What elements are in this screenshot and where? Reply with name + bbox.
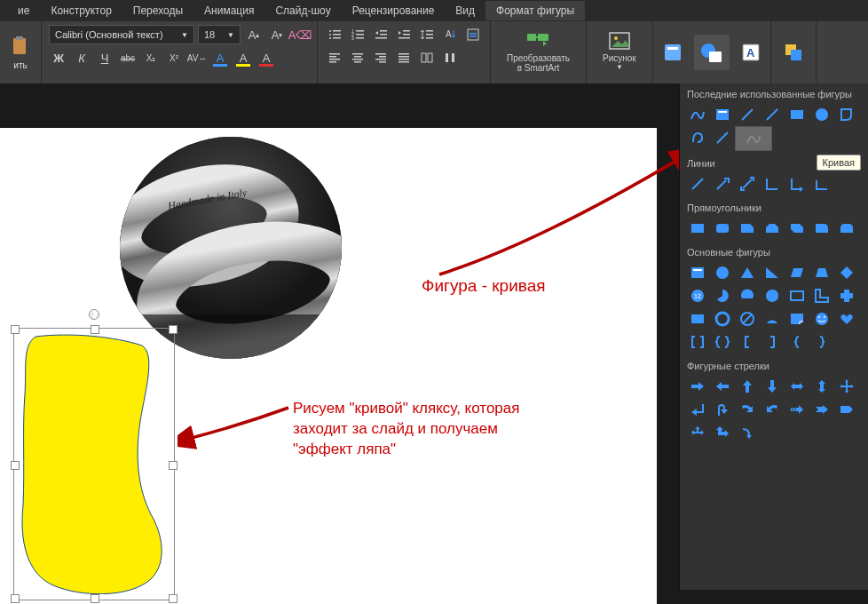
basic-chord[interactable] xyxy=(735,284,760,307)
clear-format-button[interactable]: A⌫ xyxy=(290,25,310,44)
arrow-curveleft[interactable] xyxy=(760,398,785,421)
textbox-style-button[interactable]: A xyxy=(737,38,765,67)
tab-view[interactable]: Вид xyxy=(445,1,485,20)
basic-diamond[interactable] xyxy=(834,261,859,284)
align-center-button[interactable] xyxy=(348,48,367,68)
line-spacing-button[interactable] xyxy=(417,25,437,44)
indent-button[interactable] xyxy=(394,25,414,44)
char-spacing-button[interactable]: AV↔ xyxy=(187,48,207,68)
basic-frame[interactable] xyxy=(785,284,809,307)
arrow-notched[interactable] xyxy=(809,398,834,421)
basic-smiley[interactable] xyxy=(809,307,834,330)
line-arrow[interactable] xyxy=(710,172,735,195)
arrow-uturn[interactable] xyxy=(710,398,735,421)
columns-button[interactable] xyxy=(417,48,437,68)
basic-parallelogram[interactable] xyxy=(785,261,809,284)
basic-trapezoid[interactable] xyxy=(809,261,834,284)
shape-textbox[interactable] xyxy=(710,103,735,126)
shape-rect[interactable] xyxy=(785,103,809,126)
arrow-pentagon[interactable] xyxy=(834,398,859,421)
basic-rect2[interactable] xyxy=(685,307,710,330)
tab-animation[interactable]: Анимация xyxy=(193,1,264,20)
tab-transitions[interactable]: Переходы xyxy=(122,1,193,20)
font-decrease-button[interactable]: A▾ xyxy=(267,25,287,44)
justify-button[interactable] xyxy=(394,48,414,68)
arrow-updown2[interactable] xyxy=(710,421,735,444)
highlight-button[interactable]: A xyxy=(233,48,253,68)
line-double-arrow[interactable] xyxy=(735,172,760,195)
strike-button[interactable]: abє xyxy=(118,48,138,68)
align-left-button[interactable] xyxy=(325,48,344,68)
rect-1[interactable] xyxy=(685,217,710,240)
paste-icon[interactable] xyxy=(12,36,29,57)
shape-oval[interactable] xyxy=(809,103,834,126)
arrow-right[interactable] xyxy=(685,375,710,398)
basic-triangle[interactable] xyxy=(735,261,760,284)
align-text-button[interactable] xyxy=(463,25,483,44)
superscript-button[interactable]: X² xyxy=(164,48,184,68)
font-increase-button[interactable]: A▴ xyxy=(244,25,264,44)
arrow-curvedown[interactable] xyxy=(735,421,760,444)
shape-line[interactable] xyxy=(735,103,760,126)
quick-styles-button[interactable] xyxy=(659,38,687,67)
font-size-select[interactable]: 18▼ xyxy=(198,25,241,44)
rect-snip1[interactable] xyxy=(735,217,760,240)
numbering-button[interactable]: 123 xyxy=(348,25,367,44)
handle-ne[interactable] xyxy=(169,325,178,334)
arrow-quad[interactable] xyxy=(834,375,859,398)
basic-brackets[interactable] xyxy=(685,330,710,354)
rect-rounded[interactable] xyxy=(710,217,735,240)
shape-line3[interactable] xyxy=(710,126,735,149)
rect-round1[interactable] xyxy=(809,217,834,240)
prop-transparency[interactable]: Прозрач xyxy=(735,599,868,604)
basic-cross[interactable] xyxy=(834,284,859,307)
outdent-button[interactable] xyxy=(371,25,391,44)
shapes-gallery-button[interactable] xyxy=(694,35,730,70)
font-name-select[interactable]: Calibri (Основной текст)▼ xyxy=(49,25,194,44)
basic-heart[interactable] xyxy=(834,307,859,330)
line-elbow[interactable] xyxy=(760,172,785,195)
basic-dodecagon[interactable]: 12 xyxy=(685,284,710,307)
underline-button[interactable]: Ч xyxy=(95,48,114,68)
handle-n[interactable] xyxy=(91,325,99,334)
picture-button[interactable]: Рисунок ▼ xyxy=(594,25,645,75)
ring-image[interactable]: Handmade in Italy xyxy=(120,137,342,359)
bullets-button[interactable] xyxy=(325,25,344,44)
text-direction-button[interactable]: A xyxy=(440,25,460,44)
handle-sw[interactable] xyxy=(11,594,20,603)
smartart-button[interactable]: Преобразовать в SmartArt xyxy=(498,25,579,76)
subscript-button[interactable]: X₂ xyxy=(141,48,161,68)
handle-nw[interactable] xyxy=(11,325,20,334)
basic-lshape[interactable] xyxy=(809,284,834,307)
slide-canvas[interactable]: Handmade in Italy ↻ Фигура - кривая Рису… xyxy=(0,128,657,604)
align-right-button[interactable] xyxy=(371,48,391,68)
shape-curve-selected[interactable] xyxy=(735,126,772,151)
shape-curve[interactable] xyxy=(685,103,710,126)
basic-folded[interactable] xyxy=(785,307,809,330)
bold-button[interactable]: Ж xyxy=(49,48,68,68)
basic-teardrop[interactable] xyxy=(760,284,785,307)
arrow-leftright[interactable] xyxy=(785,375,809,398)
tab-shape-format[interactable]: Формат фигуры xyxy=(485,1,585,20)
handle-se[interactable] xyxy=(169,594,178,603)
rect-snip2[interactable] xyxy=(760,217,785,240)
basic-textbox[interactable] xyxy=(685,261,710,284)
basic-rbracket[interactable] xyxy=(760,330,785,354)
basic-rbrace[interactable] xyxy=(809,330,834,354)
font-fill-button[interactable]: A xyxy=(256,48,276,68)
shape-freeform1[interactable] xyxy=(834,103,859,126)
basic-lbracket[interactable] xyxy=(735,330,760,354)
tab-partial[interactable]: ие xyxy=(7,1,40,20)
font-color-button[interactable]: A xyxy=(210,48,230,68)
tab-review[interactable]: Рецензирование xyxy=(342,1,446,20)
handle-e[interactable] xyxy=(169,461,178,470)
arrow-curveright[interactable] xyxy=(735,398,760,421)
basic-donut[interactable] xyxy=(710,307,735,330)
arrow-bentleft[interactable] xyxy=(685,398,710,421)
shape-scribble[interactable] xyxy=(685,126,710,149)
basic-lbrace[interactable] xyxy=(785,330,809,354)
shape-line2[interactable] xyxy=(760,103,785,126)
basic-rtriangle[interactable] xyxy=(760,261,785,284)
arrow-left[interactable] xyxy=(710,375,735,398)
basic-noentry[interactable] xyxy=(735,307,760,330)
